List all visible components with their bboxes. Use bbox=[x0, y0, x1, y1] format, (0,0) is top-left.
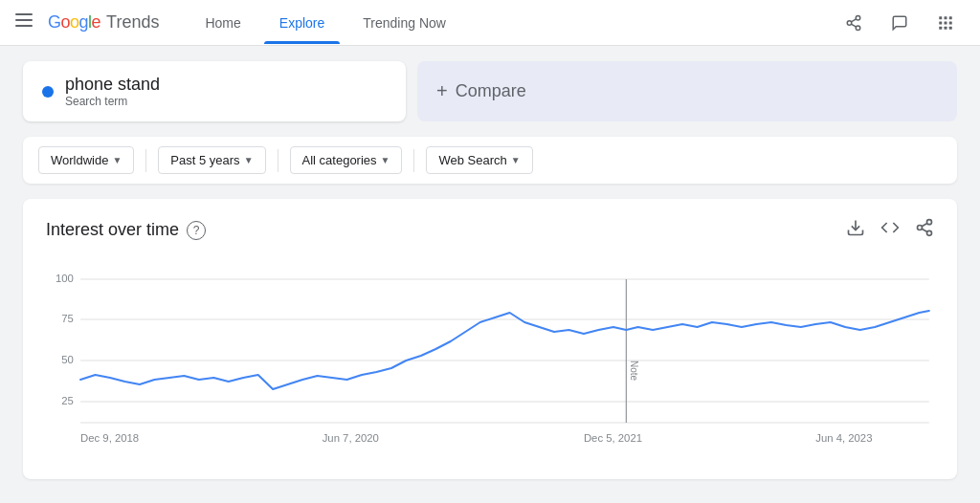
nav-home[interactable]: Home bbox=[189, 2, 256, 44]
svg-line-6 bbox=[851, 24, 856, 27]
time-filter-arrow: ▼ bbox=[244, 155, 254, 165]
svg-line-21 bbox=[922, 229, 927, 231]
location-filter-arrow: ▼ bbox=[112, 155, 122, 165]
search-text-area: phone stand Search term bbox=[65, 75, 160, 108]
svg-line-7 bbox=[851, 18, 856, 21]
main-content: phone stand Search term + Compare Worldw… bbox=[0, 46, 980, 494]
svg-rect-13 bbox=[949, 21, 952, 24]
x-label-2020: Jun 7, 2020 bbox=[323, 432, 379, 444]
y-label-25: 25 bbox=[61, 395, 74, 406]
svg-point-3 bbox=[856, 15, 860, 20]
y-label-50: 50 bbox=[61, 354, 74, 365]
share-button[interactable] bbox=[835, 4, 873, 42]
svg-rect-16 bbox=[949, 26, 952, 29]
svg-rect-2 bbox=[15, 25, 33, 27]
google-trends-logo: Google Trends bbox=[48, 12, 159, 33]
filter-divider-2 bbox=[278, 149, 278, 172]
svg-rect-10 bbox=[949, 16, 952, 19]
x-label-2018: Dec 9, 2018 bbox=[80, 432, 139, 444]
y-label-75: 75 bbox=[61, 313, 74, 324]
svg-rect-12 bbox=[945, 21, 947, 24]
menu-icon[interactable] bbox=[15, 11, 33, 33]
nav-explore[interactable]: Explore bbox=[264, 2, 340, 44]
chart-actions bbox=[846, 218, 934, 242]
search-box[interactable]: phone stand Search term bbox=[23, 61, 406, 121]
svg-point-19 bbox=[918, 226, 923, 230]
search-type-filter-arrow: ▼ bbox=[511, 155, 521, 165]
chart-title-area: Interest over time ? bbox=[46, 220, 206, 240]
search-area: phone stand Search term + Compare bbox=[23, 61, 957, 121]
x-label-2023: Jun 4, 2023 bbox=[815, 432, 872, 444]
search-type-label: Search term bbox=[65, 95, 160, 108]
svg-point-5 bbox=[856, 26, 860, 31]
svg-rect-9 bbox=[945, 16, 947, 19]
share-chart-button[interactable] bbox=[915, 218, 934, 242]
svg-rect-15 bbox=[945, 26, 947, 29]
svg-rect-8 bbox=[939, 16, 942, 19]
compare-label: Compare bbox=[456, 81, 526, 101]
filter-divider-3 bbox=[413, 149, 414, 172]
filters-bar: Worldwide ▼ Past 5 years ▼ All categorie… bbox=[23, 137, 957, 184]
svg-rect-14 bbox=[939, 26, 942, 29]
svg-point-4 bbox=[847, 20, 852, 25]
chart-info-icon[interactable]: ? bbox=[187, 221, 206, 240]
filter-divider-1 bbox=[145, 149, 146, 172]
download-chart-button[interactable] bbox=[846, 218, 865, 242]
compare-plus-icon: + bbox=[436, 80, 448, 102]
header-actions bbox=[835, 4, 965, 42]
chart-container: 100 75 50 25 Note Dec 9, 2018 Jun 7, 202 bbox=[46, 265, 934, 460]
search-type-filter[interactable]: Web Search ▼ bbox=[426, 146, 532, 174]
svg-rect-0 bbox=[15, 13, 33, 15]
feedback-button[interactable] bbox=[880, 4, 919, 42]
trend-line bbox=[80, 311, 929, 389]
x-label-2021: Dec 5, 2021 bbox=[584, 432, 642, 444]
search-dot bbox=[42, 86, 54, 98]
svg-rect-1 bbox=[15, 19, 33, 21]
chart-title: Interest over time bbox=[46, 220, 179, 240]
chart-header: Interest over time ? bbox=[46, 218, 934, 242]
svg-rect-11 bbox=[939, 21, 942, 24]
svg-line-22 bbox=[922, 223, 927, 226]
time-filter[interactable]: Past 5 years ▼ bbox=[158, 146, 265, 174]
category-filter-arrow: ▼ bbox=[381, 155, 390, 165]
category-filter[interactable]: All categories ▼ bbox=[290, 146, 403, 174]
apps-button[interactable] bbox=[926, 4, 965, 42]
nav-trending-now[interactable]: Trending Now bbox=[347, 2, 461, 44]
embed-chart-button[interactable] bbox=[880, 218, 900, 242]
header: Google Trends Home Explore Trending Now bbox=[0, 0, 980, 46]
chart-section: Interest over time ? bbox=[23, 199, 957, 479]
search-term-label: phone stand bbox=[65, 75, 160, 95]
svg-point-18 bbox=[927, 220, 932, 225]
y-label-100: 100 bbox=[56, 273, 74, 284]
main-nav: Home Explore Trending Now bbox=[189, 2, 835, 44]
interest-chart: 100 75 50 25 Note Dec 9, 2018 Jun 7, 202 bbox=[46, 265, 934, 456]
svg-point-20 bbox=[927, 230, 932, 235]
compare-box[interactable]: + Compare bbox=[417, 61, 957, 121]
note-label: Note bbox=[629, 361, 639, 381]
location-filter[interactable]: Worldwide ▼ bbox=[38, 146, 134, 174]
